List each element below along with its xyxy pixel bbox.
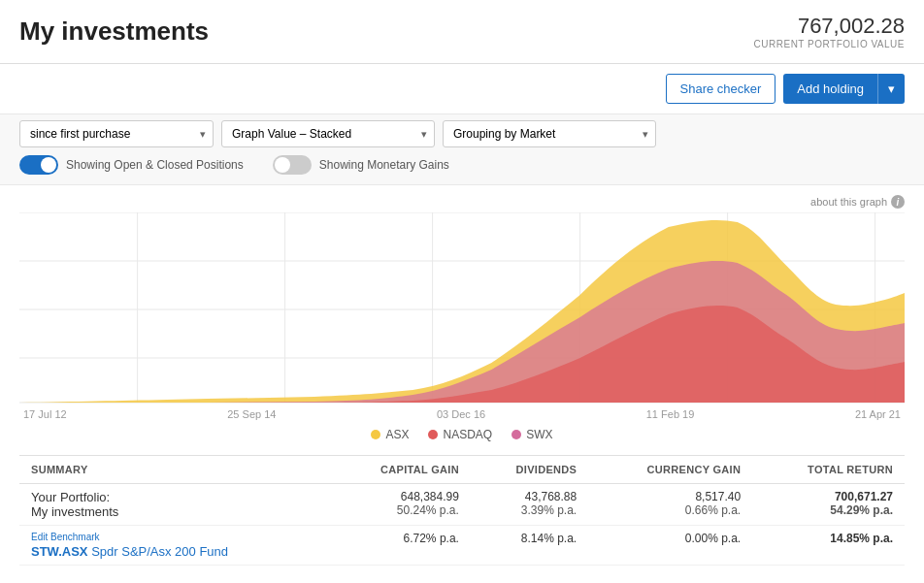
open-closed-label: Showing Open & Closed Positions <box>66 158 244 172</box>
graph-type-wrapper: Graph Value – Stacked <box>221 120 435 147</box>
benchmark-currency-gain-cell: 0.00% p.a. <box>588 526 752 566</box>
toolbar: Share checker Add holding ▾ <box>0 64 924 113</box>
graph-type-select[interactable]: Graph Value – Stacked <box>221 120 435 147</box>
table-header-row: SUMMARY CAPITAL GAIN DIVIDENDS CURRENCY … <box>19 456 905 484</box>
benchmark-total-return-pct: 14.85% p.a. <box>830 532 893 545</box>
date-range-select[interactable]: since first purchase <box>19 120 214 147</box>
benchmark-ticker: STW.ASX <box>31 544 88 559</box>
chart-container: 1 000k 750k 500k 250k 0 <box>19 212 905 406</box>
x-label-0: 17 Jul 12 <box>23 408 67 420</box>
portfolio-name-cell: Your Portfolio: My investments <box>19 484 328 526</box>
legend-nasdaq-label: NASDAQ <box>443 428 492 441</box>
col-currency-gain: CURRENCY GAIN <box>588 456 752 484</box>
portfolio-row: Your Portfolio: My investments 648,384.9… <box>19 484 905 526</box>
legend-swx-label: SWX <box>526 428 552 441</box>
legend-nasdaq-dot <box>428 430 438 439</box>
monetary-label: Showing Monetary Gains <box>319 158 449 172</box>
toggle-monetary: Showing Monetary Gains <box>273 155 449 175</box>
add-holding-group: Add holding ▾ <box>783 74 905 104</box>
chart-about-label[interactable]: about this graph <box>810 196 887 208</box>
legend-asx-dot <box>371 430 380 439</box>
add-holding-button[interactable]: Add holding <box>783 74 877 104</box>
add-holding-caret-button[interactable]: ▾ <box>877 74 905 104</box>
summary-section: SUMMARY CAPITAL GAIN DIVIDENDS CURRENCY … <box>0 455 924 583</box>
legend-swx-dot <box>512 430 521 439</box>
benchmark-name-cell: Edit Benchmark STW.ASX Spdr S&P/Asx 200 … <box>19 526 328 566</box>
portfolio-currency-gain-val: 8,517.40 <box>600 490 741 503</box>
chart-svg: 1 000k 750k 500k 250k 0 <box>19 212 905 406</box>
toggle-open-closed: Showing Open & Closed Positions <box>19 155 244 175</box>
benchmark-fund-name: Spdr S&P/Asx 200 Fund <box>91 544 228 559</box>
x-label-2: 03 Dec 16 <box>437 408 485 420</box>
portfolio-currency-gain-pct: 0.66% p.a. <box>600 503 741 517</box>
portfolio-capital-gain-pct: 50.24% p.a. <box>340 503 459 517</box>
benchmark-currency-gain-pct: 0.00% p.a. <box>685 532 741 545</box>
date-range-wrapper: since first purchase <box>19 120 214 147</box>
edit-benchmark-link[interactable]: Edit Benchmark <box>31 532 316 542</box>
portfolio-label-name: My investments <box>31 504 316 519</box>
portfolio-capital-gain-val: 648,384.99 <box>340 490 459 503</box>
x-label-4: 21 Apr 21 <box>855 408 901 420</box>
x-label-3: 11 Feb 19 <box>646 408 695 420</box>
portfolio-total-return-val: 700,671.27 <box>764 490 893 503</box>
col-dividends: DIVIDENDS <box>471 456 588 484</box>
info-icon[interactable]: i <box>891 195 905 209</box>
chart-legend: ASX NASDAQ SWX <box>19 420 905 447</box>
filter-row-1: since first purchase Graph Value – Stack… <box>19 120 905 147</box>
col-capital-gain: CAPITAL GAIN <box>328 456 471 484</box>
portfolio-amount: 767,002.28 <box>754 14 905 39</box>
chart-about: about this graph i <box>19 195 905 209</box>
x-label-1: 25 Sep 14 <box>227 408 276 420</box>
benchmark-ticker-link[interactable]: STW.ASX Spdr S&P/Asx 200 Fund <box>31 544 228 559</box>
legend-asx-label: ASX <box>385 428 409 441</box>
page-title: My investments <box>19 16 209 47</box>
benchmark-dividends-cell: 8.14% p.a. <box>471 526 588 566</box>
benchmark-capital-gain-pct: 6.72% p.a. <box>404 532 459 545</box>
portfolio-capital-gain-cell: 648,384.99 50.24% p.a. <box>328 484 471 526</box>
portfolio-label-your: Your Portfolio: <box>31 490 316 504</box>
benchmark-dividends-pct: 8.14% p.a. <box>521 532 577 545</box>
legend-asx: ASX <box>371 428 409 441</box>
col-total-return: TOTAL RETURN <box>752 456 905 484</box>
filters-bar: since first purchase Graph Value – Stack… <box>0 113 924 185</box>
share-checker-button[interactable]: Share checker <box>666 74 776 104</box>
grouping-wrapper: Grouping by Market <box>443 120 656 147</box>
page-header: My investments 767,002.28 CURRENT PORTFO… <box>0 0 924 64</box>
benchmark-total-return-cell: 14.85% p.a. <box>752 526 905 566</box>
portfolio-dividends-cell: 43,768.88 3.39% p.a. <box>471 484 588 526</box>
summary-table: SUMMARY CAPITAL GAIN DIVIDENDS CURRENCY … <box>19 455 905 566</box>
col-summary: SUMMARY <box>19 456 328 484</box>
filter-row-2: Showing Open & Closed Positions Showing … <box>19 155 905 175</box>
legend-nasdaq: NASDAQ <box>428 428 492 441</box>
grouping-select[interactable]: Grouping by Market <box>443 120 656 147</box>
open-closed-toggle[interactable] <box>19 155 58 175</box>
portfolio-currency-gain-cell: 8,517.40 0.66% p.a. <box>588 484 752 526</box>
benchmark-capital-gain-cell: 6.72% p.a. <box>328 526 471 566</box>
portfolio-total-return-cell: 700,671.27 54.29% p.a. <box>752 484 905 526</box>
portfolio-dividends-val: 43,768.88 <box>482 490 577 503</box>
portfolio-value-block: 767,002.28 CURRENT PORTFOLIO VALUE <box>754 14 905 49</box>
chart-area: about this graph i 1 000k 750k 500k 250k… <box>0 185 924 447</box>
portfolio-dividends-pct: 3.39% p.a. <box>482 503 577 517</box>
portfolio-label: CURRENT PORTFOLIO VALUE <box>754 39 905 49</box>
x-axis-labels: 17 Jul 12 25 Sep 14 03 Dec 16 11 Feb 19 … <box>19 406 905 420</box>
benchmark-row: Edit Benchmark STW.ASX Spdr S&P/Asx 200 … <box>19 526 905 566</box>
portfolio-total-return-pct: 54.29% p.a. <box>764 503 893 517</box>
monetary-toggle[interactable] <box>273 155 312 175</box>
legend-swx: SWX <box>512 428 552 441</box>
